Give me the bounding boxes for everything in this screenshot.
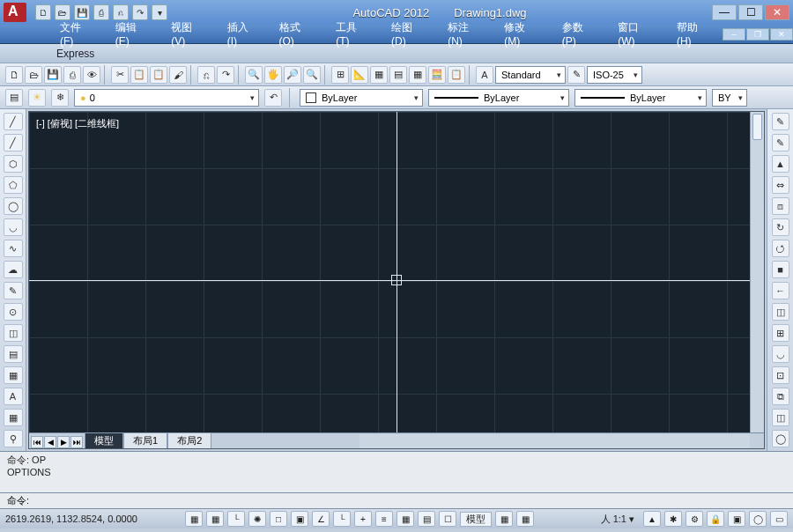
plotstyle-dropdown[interactable]: BY	[712, 89, 747, 107]
maximize-button[interactable]: ☐	[738, 4, 763, 20]
menu-draw[interactable]: 绘图(D)	[381, 18, 437, 50]
draw-line[interactable]: ╱	[4, 113, 23, 130]
sb-snap[interactable]: ▦	[185, 511, 203, 527]
sb-lwt[interactable]: ≡	[375, 511, 393, 527]
sb-3dosnap[interactable]: ▣	[291, 511, 308, 527]
menu-tools[interactable]: 工具(T)	[325, 18, 381, 50]
draw-ellipse[interactable]: ✎	[4, 282, 23, 299]
tab-nav-next[interactable]: ▶	[57, 436, 70, 448]
tab-layout1[interactable]: 布局1	[123, 432, 167, 448]
sb-polar[interactable]: ✺	[248, 511, 266, 527]
tb-calc[interactable]: 🧮	[428, 66, 446, 84]
sb-qp[interactable]: ▤	[418, 511, 435, 527]
tb-open[interactable]: 🗁	[25, 66, 42, 84]
tb-tp[interactable]: ▦	[370, 66, 388, 84]
drawing-area[interactable]: [-] [俯视] [二维线框] ⏮ ◀ ▶ ⏭ 模型 布局1 布局2	[28, 111, 765, 449]
sb-model[interactable]: 模型	[460, 512, 492, 527]
mdi-close[interactable]: ✕	[770, 28, 793, 41]
draw-arc[interactable]: ◡	[4, 218, 23, 236]
draw-revcloud[interactable]: ☁	[4, 261, 23, 278]
tb-print[interactable]: ⎙	[63, 66, 81, 84]
mod-explode[interactable]: ◯	[772, 430, 789, 447]
tb-pan[interactable]: 🔍	[245, 66, 263, 84]
tab-model[interactable]: 模型	[85, 432, 123, 448]
draw-hatch[interactable]: A	[4, 388, 23, 405]
draw-spline[interactable]: ∿	[4, 240, 23, 257]
tab-nav-first[interactable]: ⏮	[31, 436, 43, 448]
sb-tpy[interactable]: ▦	[396, 511, 414, 527]
sb-otrack[interactable]: ∠	[312, 511, 330, 527]
sb-iso[interactable]: ◯	[749, 511, 767, 527]
layer-freeze-icon[interactable]: ❄	[51, 89, 69, 107]
draw-region[interactable]: ⚲	[4, 430, 23, 447]
sb-sc[interactable]: ☐	[439, 511, 456, 527]
mod-chamfer[interactable]: ⧉	[772, 388, 789, 405]
sb-annovis[interactable]: ✱	[664, 511, 682, 527]
draw-polygon[interactable]: ⬠	[4, 176, 23, 194]
sb-hw[interactable]: ▣	[728, 511, 745, 527]
menu-format[interactable]: 格式(O)	[269, 18, 326, 50]
draw-point[interactable]: ▦	[4, 366, 23, 384]
tb-preview[interactable]: 👁	[83, 66, 100, 84]
mod-array[interactable]: ⧈	[772, 197, 789, 215]
tb-props[interactable]: ⊞	[331, 66, 349, 84]
sb-ws[interactable]: ⚙	[686, 511, 703, 527]
draw-gradient[interactable]: ▦	[4, 409, 23, 426]
tb-matchprop[interactable]: 🖌	[169, 66, 187, 84]
layer-props-button[interactable]: ▤	[5, 89, 23, 107]
tb-new[interactable]: 🗋	[5, 66, 23, 84]
textstyle-icon[interactable]: A	[476, 66, 493, 84]
sb-grid[interactable]: ▦	[206, 511, 224, 527]
draw-circle[interactable]: ◯	[4, 197, 23, 215]
tb-zoom-prev[interactable]: 🔍	[303, 66, 321, 84]
color-dropdown[interactable]: ByLayer	[300, 89, 423, 107]
menu-modify[interactable]: 修改(M)	[493, 18, 551, 50]
mdi-restore[interactable]: ❐	[746, 28, 769, 41]
mod-fillet[interactable]: ◫	[772, 409, 789, 426]
mod-copy[interactable]: ✎	[772, 134, 789, 151]
dimstyle-icon[interactable]: ✎	[567, 66, 585, 84]
tb-paste2[interactable]: 📋	[448, 66, 465, 84]
tb-redo[interactable]: ↷	[217, 66, 234, 84]
close-button[interactable]: ✕	[765, 4, 789, 20]
menu-parametric[interactable]: 参数(P)	[552, 18, 607, 50]
tb-save[interactable]: 💾	[44, 66, 62, 84]
linetype-dropdown[interactable]: ByLayer	[428, 89, 569, 107]
mod-scale[interactable]: ■	[772, 261, 789, 278]
draw-block[interactable]: ▤	[4, 345, 23, 363]
command-input-row[interactable]: 命令:	[0, 493, 793, 509]
mod-offset[interactable]: ⇔	[772, 176, 789, 194]
sb-scale[interactable]: 人 1:1 ▾	[596, 513, 640, 526]
tb-paste[interactable]: 📋	[150, 66, 167, 84]
layer-state-icon[interactable]: ☀	[28, 89, 46, 107]
tab-nav-prev[interactable]: ◀	[44, 436, 56, 448]
menu-dimension[interactable]: 标注(N)	[437, 18, 493, 50]
tb-markup[interactable]: ▦	[409, 66, 426, 84]
mod-trim[interactable]: ◫	[772, 303, 789, 321]
app-menu-button[interactable]	[4, 3, 26, 22]
draw-xline[interactable]: ╱	[4, 134, 23, 151]
menu-window[interactable]: 窗口(W)	[607, 18, 666, 50]
sb-qview[interactable]: ▦	[495, 511, 513, 527]
mod-break[interactable]: ◡	[772, 345, 789, 363]
sb-ortho[interactable]: └	[227, 511, 245, 527]
layer-prev-button[interactable]: ↶	[264, 89, 282, 107]
mod-stretch[interactable]: ←	[772, 282, 789, 299]
tb-copy[interactable]: 📋	[130, 66, 148, 84]
menu-help[interactable]: 帮助(H)	[666, 18, 723, 50]
layer-dropdown[interactable]: ● 0	[74, 89, 259, 107]
tb-cut[interactable]: ✂	[111, 66, 129, 84]
sb-clean[interactable]: ▭	[770, 511, 788, 527]
sb-qvdwg[interactable]: ▦	[516, 511, 534, 527]
scrollbar-horizontal[interactable]	[359, 434, 750, 448]
lineweight-dropdown[interactable]: ByLayer	[574, 89, 707, 107]
tb-dc[interactable]: 📐	[351, 66, 368, 84]
dimstyle-dropdown[interactable]: ISO-25	[587, 66, 642, 84]
draw-insert[interactable]: ◫	[4, 324, 23, 342]
mdi-minimize[interactable]: –	[723, 28, 745, 41]
mod-join[interactable]: ⊡	[772, 366, 789, 384]
tab-layout2[interactable]: 布局2	[167, 432, 211, 448]
tab-nav-last[interactable]: ⏭	[70, 436, 83, 448]
sb-ducs[interactable]: └	[333, 511, 351, 527]
tb-zoom-rt[interactable]: 🖐	[264, 66, 282, 84]
